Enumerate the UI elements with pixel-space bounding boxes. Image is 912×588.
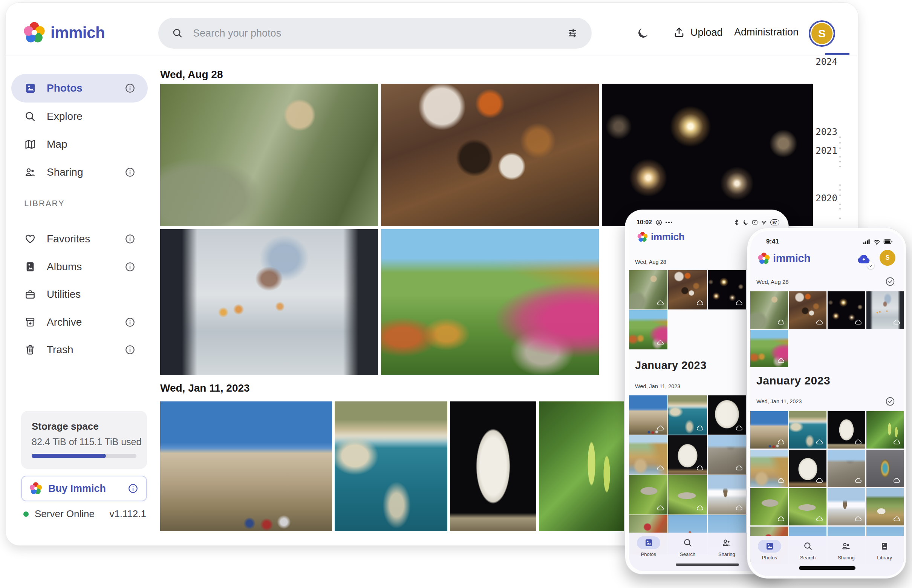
photo-sea-grapes[interactable] — [539, 401, 624, 531]
photo-fireworks[interactable] — [828, 291, 865, 329]
photo-marble-bust[interactable] — [450, 401, 536, 531]
photo-autumn-garden-path[interactable] — [381, 229, 599, 375]
sidebar-item-trash[interactable]: Trash — [11, 336, 148, 364]
photo-marble-bust[interactable] — [708, 396, 746, 435]
photo-lizard-rock[interactable] — [750, 488, 788, 525]
search-input[interactable]: Search your photos — [158, 18, 592, 48]
info-icon[interactable] — [128, 483, 139, 494]
nav-item-photos[interactable]: Photos — [750, 536, 789, 576]
photo-monkeys-jungle[interactable] — [629, 270, 667, 309]
sidebar-item-favorites[interactable]: Favorites — [11, 225, 148, 253]
photo-lizard-rock[interactable] — [629, 475, 667, 515]
sidebar-item-archive[interactable]: Archive — [11, 308, 148, 337]
sidebar-item-label: Utilities — [47, 288, 81, 300]
photo-stone-ruins[interactable] — [828, 450, 865, 487]
sidebar-item-sharing[interactable]: Sharing — [11, 158, 148, 187]
nav-item-sharing[interactable]: Sharing — [827, 536, 866, 576]
cloud-icon — [893, 515, 901, 523]
photo-fortress-walls[interactable] — [750, 411, 788, 449]
photo-sea-grapes[interactable] — [867, 411, 904, 449]
date-group-header: Wed, Jan 11, 2023 — [160, 382, 250, 394]
photo-autumn-garden-path[interactable] — [629, 310, 667, 349]
timeline-tick — [839, 147, 841, 149]
photo-church-tower-village[interactable] — [828, 488, 865, 525]
photo-autumn-dinner-table[interactable] — [789, 291, 827, 329]
phone2-status-bar: 9:41 — [766, 237, 893, 246]
photo-ornate-object[interactable] — [867, 450, 904, 487]
sidebar-item-utilities[interactable]: Utilities — [11, 280, 148, 309]
photo-autumn-garden-path[interactable] — [750, 330, 788, 367]
timeline-year[interactable]: 2023 — [807, 127, 838, 137]
library-section-heading: LIBRARY — [24, 199, 65, 208]
photo-fortress-walls[interactable] — [160, 401, 332, 531]
photo-lizard-moss[interactable] — [789, 488, 827, 525]
photo-lizard-moss[interactable] — [668, 475, 707, 515]
photo-beach-cliff[interactable] — [629, 435, 667, 475]
photo-white-sculpture[interactable] — [668, 435, 707, 475]
library-icon — [880, 542, 889, 551]
upload-button[interactable]: Upload — [673, 26, 723, 39]
server-status-label: Server Online — [35, 508, 95, 520]
sidebar-item-photos[interactable]: Photos — [11, 74, 148, 103]
info-icon[interactable] — [124, 261, 136, 273]
upload-icon — [673, 26, 685, 39]
filter-sliders-icon[interactable] — [567, 27, 578, 39]
photo-white-sculpture[interactable] — [789, 450, 827, 487]
user-avatar[interactable]: S — [880, 250, 896, 266]
photos-icon — [24, 82, 36, 94]
nav-item-library[interactable]: Library — [865, 536, 904, 576]
timeline-tick — [839, 156, 841, 158]
cloud-icon — [735, 464, 744, 472]
photo-fortress-walls[interactable] — [629, 396, 667, 435]
sidebar-item-label: Favorites — [47, 233, 90, 245]
moon-icon — [636, 26, 650, 40]
photo-church-tower-village[interactable] — [708, 475, 746, 515]
photo-holding-hands-lake[interactable] — [160, 229, 378, 375]
photo-autumn-dinner-table[interactable] — [381, 84, 599, 226]
user-avatar[interactable]: S — [809, 20, 835, 47]
photo-coastal-fort-sea[interactable] — [335, 401, 447, 531]
home-indicator[interactable] — [799, 566, 856, 570]
timeline-year[interactable]: 2021 — [807, 145, 838, 156]
status-overflow-dots-icon — [665, 221, 672, 223]
select-all-check-icon[interactable] — [885, 276, 896, 287]
select-all-check-icon[interactable] — [885, 396, 896, 407]
photo-holding-hands-lake[interactable] — [867, 291, 904, 329]
info-icon[interactable] — [124, 233, 136, 245]
info-icon[interactable] — [124, 344, 136, 355]
home-indicator[interactable] — [676, 564, 739, 566]
sidebar-item-albums[interactable]: Albums — [11, 252, 148, 281]
photo-monkeys-jungle[interactable] — [750, 291, 788, 329]
phone2-screen: 9:41 immich S Wed, Aug 28 — [750, 231, 904, 576]
heart-icon — [24, 233, 36, 245]
cloud-icon — [854, 318, 863, 326]
photo-fireworks[interactable] — [602, 84, 813, 226]
info-icon[interactable] — [124, 317, 136, 328]
photo-beach-cliff[interactable] — [750, 450, 788, 487]
cloud-icon — [696, 424, 704, 432]
photo-marble-bust[interactable] — [828, 411, 865, 449]
photo-monkeys-jungle[interactable] — [160, 84, 378, 226]
timeline-position-indicator[interactable] — [825, 53, 849, 55]
timeline-year[interactable]: 2024 — [807, 57, 838, 67]
timeline-year[interactable]: 2020 — [807, 193, 838, 204]
nav-item-photos[interactable]: Photos — [629, 533, 668, 571]
search-icon — [683, 538, 692, 548]
photo-coastal-fort-sea[interactable] — [668, 396, 707, 435]
photo-autumn-dinner-table[interactable] — [668, 270, 707, 309]
info-icon[interactable] — [124, 82, 136, 94]
app-logo[interactable]: immich — [23, 22, 105, 44]
map-icon — [24, 138, 36, 150]
theme-toggle-button[interactable] — [636, 26, 650, 40]
sidebar-item-explore[interactable]: Explore — [11, 102, 148, 131]
photo-coastal-fort-sea[interactable] — [789, 411, 827, 449]
photo-stone-ruins[interactable] — [708, 435, 746, 475]
administration-link[interactable]: Administration — [734, 26, 799, 38]
photo-hillside-farm[interactable] — [867, 488, 904, 525]
buy-immich-button[interactable]: Buy Immich — [21, 476, 147, 501]
info-icon[interactable] — [124, 166, 136, 178]
sidebar-item-map[interactable]: Map — [11, 130, 148, 159]
cloud-icon — [893, 438, 901, 446]
nav-item-search[interactable]: Search — [789, 536, 827, 576]
photo-fireworks[interactable] — [708, 270, 746, 309]
